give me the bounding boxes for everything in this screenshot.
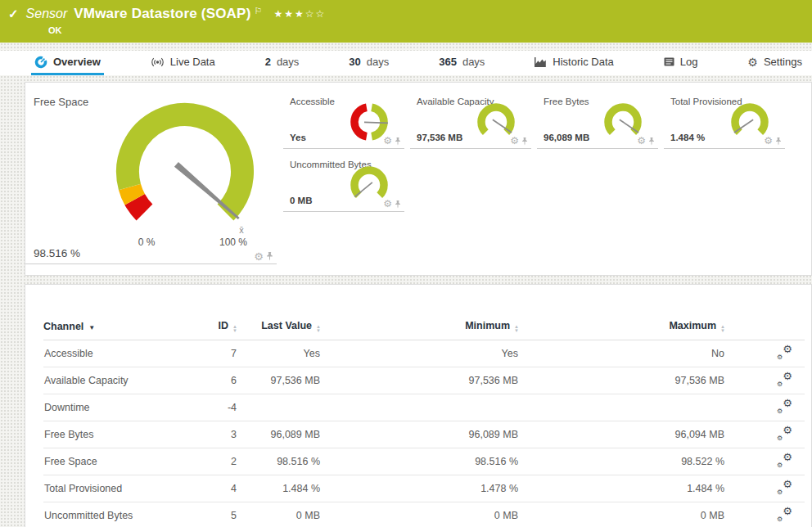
pin-icon[interactable]: [395, 137, 401, 146]
channel-maximum: 0 MB: [519, 502, 725, 527]
table-row[interactable]: Free Bytes 3 96,089 MB 96,089 MB 96,094 …: [43, 421, 805, 448]
channel-settings-icon[interactable]: ⚙⚙: [777, 372, 792, 386]
gauge-tile-free-space[interactable]: Free Space x̄ 0 % 100 % 98.516 % ⚙: [25, 83, 277, 264]
table-row[interactable]: Downtime -4 ⚙⚙: [43, 394, 805, 421]
sort-icon: ▲▼: [514, 325, 519, 332]
channel-id: -4: [192, 394, 237, 421]
column-header-channel[interactable]: Channel▼: [43, 316, 192, 340]
channel-minimum: Yes: [321, 340, 519, 367]
channel-settings-icon[interactable]: ⚙⚙: [777, 426, 792, 440]
channel-last-value: 97,536 MB: [237, 367, 321, 394]
channel-minimum: 1.478 %: [321, 475, 519, 502]
sensor-title: VMware Datastore (SOAP): [74, 6, 250, 22]
channel-maximum: 96,094 MB: [519, 421, 725, 448]
channel-id: 5: [192, 502, 237, 527]
free-space-gauge: x̄: [96, 88, 274, 248]
table-row[interactable]: Uncommitted Bytes 5 0 MB 0 MB 0 MB ⚙⚙: [43, 502, 805, 527]
small-gauge-tiles: Accessible Yes ⚙ Available Capacity 97,5…: [283, 91, 811, 275]
tab-historic-data[interactable]: Historic Data: [531, 51, 616, 75]
tab-number: 2: [265, 56, 271, 68]
gauge-tile-accessible[interactable]: Accessible Yes ⚙: [283, 91, 404, 149]
table-row[interactable]: Accessible 7 Yes Yes No ⚙⚙: [43, 340, 805, 367]
gear-icon[interactable]: ⚙: [637, 137, 646, 146]
star-rating[interactable]: ★★★☆☆: [273, 8, 326, 20]
channel-id: 7: [192, 340, 237, 367]
channel-settings-icon[interactable]: ⚙⚙: [777, 507, 792, 521]
channel-name: Accessible: [43, 340, 192, 367]
gear-icon[interactable]: ⚙: [383, 137, 392, 146]
sensor-kind-label: Sensor: [26, 7, 68, 21]
tab-label: Live Data: [170, 56, 215, 68]
table-row[interactable]: Total Provisioned 4 1.484 % 1.478 % 1.48…: [43, 475, 805, 502]
tab-live-data[interactable]: Live Data: [147, 51, 219, 75]
gear-icon[interactable]: ⚙: [764, 137, 773, 146]
channel-last-value: 0 MB: [237, 502, 321, 527]
channel-maximum: [519, 394, 725, 421]
column-header-maximum[interactable]: Maximum▲▼: [519, 316, 725, 340]
column-header-id[interactable]: ID▲▼: [192, 316, 237, 340]
channel-name: Free Bytes: [43, 421, 192, 448]
channel-last-value: 96,089 MB: [237, 421, 321, 448]
channel-settings-icon[interactable]: ⚙⚙: [777, 453, 792, 467]
channel-minimum: 96,089 MB: [321, 421, 519, 448]
column-header-minimum[interactable]: Minimum▲▼: [321, 316, 519, 340]
tab-label: Log: [680, 56, 698, 68]
tab-log[interactable]: Log: [661, 51, 701, 75]
channel-settings-icon[interactable]: ⚙⚙: [777, 399, 792, 413]
tab-settings[interactable]: ⚙ Settings: [744, 51, 805, 75]
channel-id: 4: [192, 475, 237, 502]
pin-icon[interactable]: [395, 200, 401, 209]
channel-id: 6: [192, 367, 237, 394]
channel-minimum: 0 MB: [321, 502, 519, 527]
tab-label: days: [277, 56, 299, 68]
channel-minimum: 98.516 %: [321, 448, 519, 475]
table-row[interactable]: Free Space 2 98.516 % 98.516 % 98.522 % …: [43, 448, 805, 475]
tab-label: days: [462, 56, 485, 68]
tab-365-days[interactable]: 365 days: [435, 51, 488, 75]
channel-last-value: 1.484 %: [237, 475, 321, 502]
gear-icon[interactable]: ⚙: [383, 200, 392, 209]
gauge-tile-free-bytes[interactable]: Free Bytes 96,089 MB ⚙: [537, 91, 658, 149]
tab-2-days[interactable]: 2 days: [262, 51, 303, 75]
channel-maximum: 98.522 %: [519, 448, 725, 475]
tab-30-days[interactable]: 30 days: [345, 51, 392, 75]
channel-name: Uncommitted Bytes: [43, 502, 192, 527]
tile-value: 97,536 MB: [417, 133, 462, 142]
log-icon: [664, 57, 674, 66]
column-header-last-value[interactable]: Last Value▲▼: [237, 316, 321, 340]
tab-number: 365: [439, 56, 457, 68]
channel-maximum: 97,536 MB: [519, 367, 725, 394]
channel-last-value: 98.516 %: [237, 448, 321, 475]
gear-icon[interactable]: ⚙: [510, 137, 519, 146]
sort-desc-icon: ▼: [88, 324, 95, 331]
channel-settings-icon[interactable]: ⚙⚙: [777, 480, 792, 494]
check-icon: ✓: [8, 7, 19, 21]
area-chart-icon: [535, 56, 547, 67]
mean-marker: x̄: [239, 225, 244, 235]
pin-icon[interactable]: [775, 137, 782, 146]
pin-icon[interactable]: [266, 252, 273, 261]
channel-name: Downtime: [43, 394, 192, 421]
gauge-icon: [34, 56, 47, 69]
tile-value: Yes: [290, 133, 306, 142]
channel-maximum: 1.484 %: [519, 475, 725, 502]
channel-minimum: [321, 394, 519, 421]
sort-icon: ▲▼: [232, 325, 237, 332]
gauge-tile-available-capacity[interactable]: Available Capacity 97,536 MB ⚙: [410, 91, 531, 149]
gear-icon[interactable]: ⚙: [254, 252, 264, 261]
pin-icon[interactable]: [521, 137, 528, 146]
channel-name: Total Provisioned: [43, 475, 192, 502]
flag-icon[interactable]: ⚐: [255, 6, 263, 16]
gauge-tile-uncommitted-bytes[interactable]: Uncommitted Bytes 0 MB ⚙: [283, 154, 404, 212]
pin-icon[interactable]: [648, 137, 655, 146]
channel-last-value: Yes: [237, 340, 321, 367]
tab-label: Historic Data: [553, 56, 613, 68]
gauge-tile-total-provisioned[interactable]: Total Provisioned 1.484 % ⚙: [664, 91, 785, 149]
table-row[interactable]: Available Capacity 6 97,536 MB 97,536 MB…: [43, 367, 805, 394]
tab-number: 30: [349, 56, 360, 68]
channel-settings-icon[interactable]: ⚙⚙: [777, 345, 792, 359]
tile-value: 96,089 MB: [544, 133, 589, 142]
channel-table-panel: Channel▼ ID▲▼ Last Value▲▼ Minimum▲▼ Max…: [25, 284, 812, 527]
channel-table: Channel▼ ID▲▼ Last Value▲▼ Minimum▲▼ Max…: [43, 316, 805, 527]
tab-overview[interactable]: Overview: [31, 51, 104, 75]
